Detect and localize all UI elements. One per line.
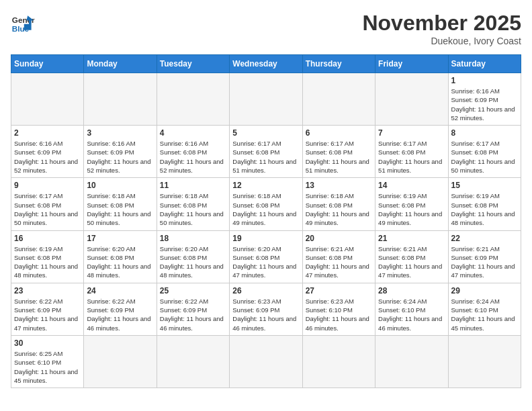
calendar-cell — [84, 73, 157, 126]
day-info: Sunrise: 6:16 AM Sunset: 6:09 PM Dayligh… — [14, 139, 81, 175]
day-info: Sunrise: 6:23 AM Sunset: 6:09 PM Dayligh… — [232, 297, 299, 332]
calendar-cell: 30Sunrise: 6:25 AM Sunset: 6:10 PM Dayli… — [11, 335, 84, 387]
day-number: 18 — [160, 234, 226, 243]
calendar-week-row: 9Sunrise: 6:17 AM Sunset: 6:08 PM Daylig… — [11, 178, 521, 230]
day-info: Sunrise: 6:21 AM Sunset: 6:08 PM Dayligh… — [306, 244, 372, 280]
day-header-monday: Monday — [84, 55, 157, 73]
calendar-cell: 27Sunrise: 6:23 AM Sunset: 6:10 PM Dayli… — [302, 283, 375, 335]
day-info: Sunrise: 6:23 AM Sunset: 6:10 PM Dayligh… — [306, 297, 372, 332]
day-info: Sunrise: 6:20 AM Sunset: 6:08 PM Dayligh… — [232, 244, 299, 280]
calendar-header-row: SundayMondayTuesdayWednesdayThursdayFrid… — [11, 55, 521, 73]
calendar-cell — [157, 335, 229, 387]
day-header-saturday: Saturday — [448, 55, 521, 73]
calendar-cell: 5Sunrise: 6:17 AM Sunset: 6:08 PM Daylig… — [230, 126, 302, 178]
day-info: Sunrise: 6:16 AM Sunset: 6:09 PM Dayligh… — [451, 87, 518, 122]
day-header-thursday: Thursday — [302, 55, 375, 73]
day-number: 20 — [306, 234, 372, 243]
calendar-cell: 24Sunrise: 6:22 AM Sunset: 6:09 PM Dayli… — [84, 283, 157, 335]
day-info: Sunrise: 6:17 AM Sunset: 6:08 PM Dayligh… — [232, 139, 299, 175]
day-info: Sunrise: 6:21 AM Sunset: 6:09 PM Dayligh… — [451, 244, 518, 280]
day-number: 30 — [14, 338, 81, 348]
day-number: 4 — [160, 128, 226, 138]
calendar-week-row: 1Sunrise: 6:16 AM Sunset: 6:09 PM Daylig… — [11, 73, 521, 126]
day-number: 21 — [378, 234, 445, 243]
day-info: Sunrise: 6:18 AM Sunset: 6:08 PM Dayligh… — [87, 191, 153, 227]
day-number: 13 — [306, 181, 372, 190]
calendar-cell: 8Sunrise: 6:17 AM Sunset: 6:08 PM Daylig… — [448, 126, 521, 178]
month-title: November 2025 — [362, 11, 521, 36]
day-header-wednesday: Wednesday — [230, 55, 302, 73]
calendar-cell: 26Sunrise: 6:23 AM Sunset: 6:09 PM Dayli… — [230, 283, 302, 335]
title-block: November 2025 Duekoue, Ivory Coast — [362, 11, 521, 46]
day-number: 28 — [378, 286, 445, 295]
day-header-tuesday: Tuesday — [157, 55, 229, 73]
day-number: 10 — [87, 181, 153, 190]
calendar-cell — [375, 335, 448, 387]
logo-icon: General Blue — [11, 11, 35, 35]
calendar-cell: 21Sunrise: 6:21 AM Sunset: 6:08 PM Dayli… — [375, 230, 448, 283]
calendar-cell: 14Sunrise: 6:19 AM Sunset: 6:08 PM Dayli… — [375, 178, 448, 230]
calendar-cell: 1Sunrise: 6:16 AM Sunset: 6:09 PM Daylig… — [448, 73, 521, 126]
day-number: 29 — [451, 286, 518, 295]
day-number: 7 — [378, 128, 445, 138]
calendar-cell: 10Sunrise: 6:18 AM Sunset: 6:08 PM Dayli… — [84, 178, 157, 230]
day-info: Sunrise: 6:25 AM Sunset: 6:10 PM Dayligh… — [14, 349, 81, 385]
page-header: General Blue November 2025 Duekoue, Ivor… — [11, 11, 521, 46]
calendar-cell — [375, 73, 448, 126]
day-number: 16 — [14, 234, 81, 243]
calendar-cell — [302, 335, 375, 387]
calendar-cell: 2Sunrise: 6:16 AM Sunset: 6:09 PM Daylig… — [11, 126, 84, 178]
calendar-table: SundayMondayTuesdayWednesdayThursdayFrid… — [11, 54, 521, 388]
day-number: 19 — [232, 234, 299, 243]
day-info: Sunrise: 6:16 AM Sunset: 6:08 PM Dayligh… — [160, 139, 226, 175]
day-info: Sunrise: 6:19 AM Sunset: 6:08 PM Dayligh… — [14, 244, 81, 280]
day-number: 25 — [160, 286, 226, 295]
calendar-cell — [448, 335, 521, 387]
calendar-cell: 6Sunrise: 6:17 AM Sunset: 6:08 PM Daylig… — [302, 126, 375, 178]
day-header-friday: Friday — [375, 55, 448, 73]
day-number: 1 — [451, 76, 518, 85]
day-info: Sunrise: 6:24 AM Sunset: 6:10 PM Dayligh… — [451, 297, 518, 332]
day-number: 23 — [14, 286, 81, 295]
calendar-cell: 12Sunrise: 6:18 AM Sunset: 6:08 PM Dayli… — [230, 178, 302, 230]
calendar-cell — [230, 73, 302, 126]
day-info: Sunrise: 6:16 AM Sunset: 6:09 PM Dayligh… — [87, 139, 153, 175]
day-info: Sunrise: 6:20 AM Sunset: 6:08 PM Dayligh… — [160, 244, 226, 280]
day-info: Sunrise: 6:20 AM Sunset: 6:08 PM Dayligh… — [87, 244, 153, 280]
logo: General Blue — [11, 11, 35, 35]
calendar-cell: 19Sunrise: 6:20 AM Sunset: 6:08 PM Dayli… — [230, 230, 302, 283]
calendar-cell — [302, 73, 375, 126]
day-number: 3 — [87, 128, 153, 138]
day-number: 24 — [87, 286, 153, 295]
calendar-cell: 23Sunrise: 6:22 AM Sunset: 6:09 PM Dayli… — [11, 283, 84, 335]
day-number: 8 — [451, 128, 518, 138]
day-info: Sunrise: 6:21 AM Sunset: 6:08 PM Dayligh… — [378, 244, 445, 280]
calendar-cell: 18Sunrise: 6:20 AM Sunset: 6:08 PM Dayli… — [157, 230, 229, 283]
day-info: Sunrise: 6:17 AM Sunset: 6:08 PM Dayligh… — [14, 191, 81, 227]
calendar-cell: 11Sunrise: 6:18 AM Sunset: 6:08 PM Dayli… — [157, 178, 229, 230]
day-info: Sunrise: 6:17 AM Sunset: 6:08 PM Dayligh… — [306, 139, 372, 175]
calendar-week-row: 2Sunrise: 6:16 AM Sunset: 6:09 PM Daylig… — [11, 126, 521, 178]
calendar-week-row: 30Sunrise: 6:25 AM Sunset: 6:10 PM Dayli… — [11, 335, 521, 387]
calendar-cell: 7Sunrise: 6:17 AM Sunset: 6:08 PM Daylig… — [375, 126, 448, 178]
day-number: 22 — [451, 234, 518, 243]
day-info: Sunrise: 6:17 AM Sunset: 6:08 PM Dayligh… — [451, 139, 518, 175]
day-info: Sunrise: 6:19 AM Sunset: 6:08 PM Dayligh… — [451, 191, 518, 227]
calendar-cell: 28Sunrise: 6:24 AM Sunset: 6:10 PM Dayli… — [375, 283, 448, 335]
day-number: 14 — [378, 181, 445, 190]
day-number: 26 — [232, 286, 299, 295]
calendar-cell: 15Sunrise: 6:19 AM Sunset: 6:08 PM Dayli… — [448, 178, 521, 230]
calendar-cell: 9Sunrise: 6:17 AM Sunset: 6:08 PM Daylig… — [11, 178, 84, 230]
calendar-cell: 13Sunrise: 6:18 AM Sunset: 6:08 PM Dayli… — [302, 178, 375, 230]
location: Duekoue, Ivory Coast — [362, 36, 521, 46]
calendar-cell: 20Sunrise: 6:21 AM Sunset: 6:08 PM Dayli… — [302, 230, 375, 283]
day-number: 17 — [87, 234, 153, 243]
calendar-week-row: 16Sunrise: 6:19 AM Sunset: 6:08 PM Dayli… — [11, 230, 521, 283]
day-info: Sunrise: 6:22 AM Sunset: 6:09 PM Dayligh… — [160, 297, 226, 332]
calendar-cell — [84, 335, 157, 387]
calendar-cell: 29Sunrise: 6:24 AM Sunset: 6:10 PM Dayli… — [448, 283, 521, 335]
calendar-cell: 17Sunrise: 6:20 AM Sunset: 6:08 PM Dayli… — [84, 230, 157, 283]
calendar-cell: 4Sunrise: 6:16 AM Sunset: 6:08 PM Daylig… — [157, 126, 229, 178]
day-number: 15 — [451, 181, 518, 190]
calendar-week-row: 23Sunrise: 6:22 AM Sunset: 6:09 PM Dayli… — [11, 283, 521, 335]
